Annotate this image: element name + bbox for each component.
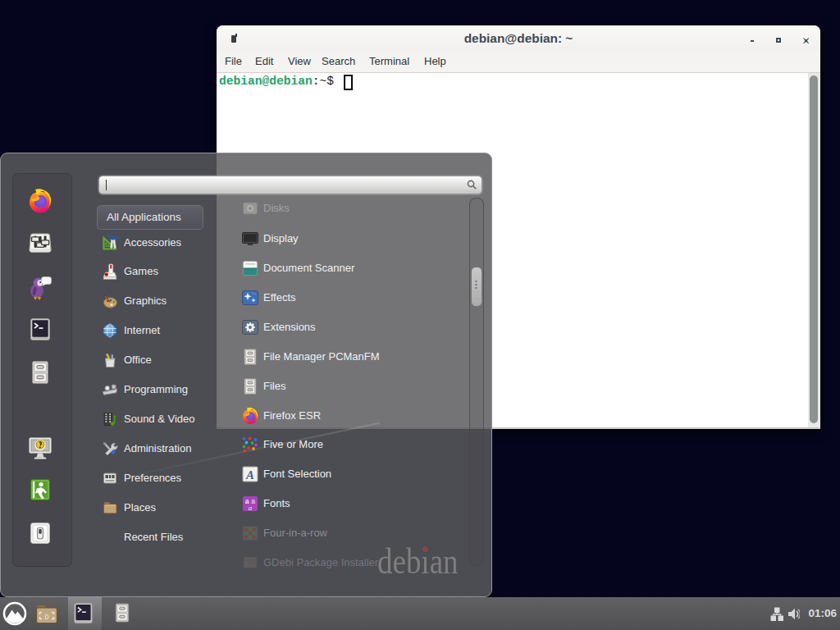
svg-text:A: A [245, 468, 254, 482]
svg-text:D: D [44, 614, 48, 622]
svg-text:a: a [249, 504, 253, 512]
